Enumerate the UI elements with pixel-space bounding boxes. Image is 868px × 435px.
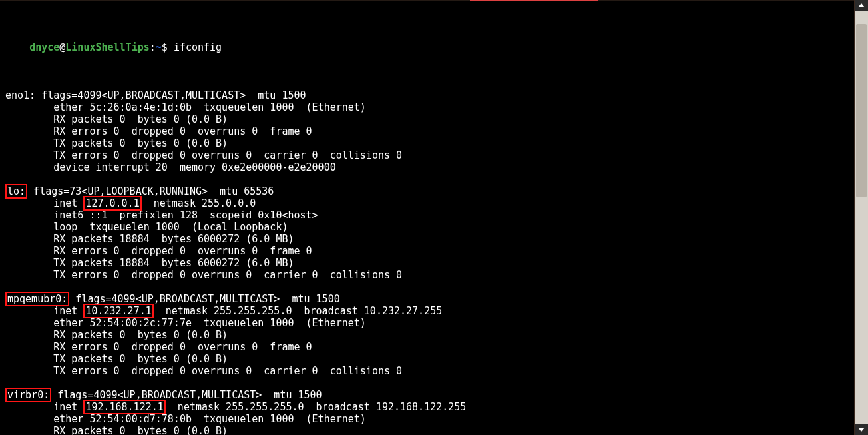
- iface-text: TX packets 18884 bytes 6000272 (6.0 MB): [5, 257, 294, 269]
- chevron-up-icon: [858, 3, 865, 7]
- iface-text: TX errors 0 dropped 0 overruns 0 carrier…: [5, 149, 402, 161]
- iface-line: TX packets 18884 bytes 6000272 (6.0 MB): [5, 257, 849, 269]
- chevron-down-icon: [858, 428, 865, 432]
- prompt-user: dnyce: [29, 41, 59, 53]
- iface-line: RX packets 0 bytes 0 (0.0 B): [5, 329, 849, 341]
- blank-line: [5, 173, 849, 185]
- iface-text: inet: [5, 197, 83, 209]
- window-border-top: [0, 0, 855, 1]
- highlighted-ip: 192.168.122.1: [83, 400, 165, 414]
- terminal-output: dnyce@LinuxShellTips:~$ ifconfig eno1: f…: [5, 5, 849, 435]
- iface-header: eno1: flags=4099<UP,BROADCAST,MULTICAST>…: [5, 89, 849, 101]
- iface-text: RX packets 0 bytes 0 (0.0 B): [5, 113, 228, 125]
- iface-text: netmask 255.255.255.0 broadcast 10.232.2…: [154, 305, 442, 317]
- iface-text: TX errors 0 dropped 0 overruns 0 carrier…: [5, 269, 402, 281]
- prompt-colon: :: [150, 41, 156, 53]
- prompt-host: LinuxShellTips: [65, 41, 149, 53]
- iface-flags: flags=4099<UP,BROADCAST,MULTICAST> mtu 1…: [35, 89, 306, 101]
- iface-text: RX packets 0 bytes 0 (0.0 B): [5, 329, 228, 341]
- iface-name: virbr0:: [5, 388, 51, 402]
- iface-line: ether 5c:26:0a:4e:1d:0b txqueuelen 1000 …: [5, 101, 849, 113]
- prompt-dollar: $: [162, 41, 174, 53]
- iface-text: inet: [5, 305, 83, 317]
- iface-line: RX errors 0 dropped 0 overruns 0 frame 0: [5, 125, 849, 137]
- scrollbar-thumb[interactable]: [856, 24, 867, 197]
- blank-line: [5, 377, 849, 389]
- iface-line: inet 127.0.0.1 netmask 255.0.0.0: [5, 197, 849, 209]
- iface-text: inet: [5, 401, 83, 413]
- iface-line: inet6 ::1 prefixlen 128 scopeid 0x10<hos…: [5, 209, 849, 221]
- iface-text: ether 5c:26:0a:4e:1d:0b txqueuelen 1000 …: [5, 101, 366, 113]
- highlighted-ip: 10.232.27.1: [83, 304, 153, 318]
- iface-text: netmask 255.255.255.0 broadcast 192.168.…: [166, 401, 467, 413]
- scrollbar-track[interactable]: [855, 11, 868, 424]
- iface-line: RX errors 0 dropped 0 overruns 0 frame 0: [5, 341, 849, 353]
- iface-line: RX packets 0 bytes 0 (0.0 B): [5, 425, 849, 435]
- iface-line: TX errors 0 dropped 0 overruns 0 carrier…: [5, 269, 849, 281]
- iface-name: lo:: [5, 184, 27, 199]
- iface-text: TX packets 0 bytes 0 (0.0 B): [5, 353, 228, 365]
- iface-text: RX errors 0 dropped 0 overruns 0 frame 0: [5, 341, 312, 353]
- prompt-command: ifconfig: [174, 41, 222, 53]
- scrollbar[interactable]: [854, 0, 868, 435]
- iface-text: inet6 ::1 prefixlen 128 scopeid 0x10<hos…: [5, 209, 318, 221]
- prompt-at: @: [59, 41, 65, 53]
- iface-line: RX packets 18884 bytes 6000272 (6.0 MB): [5, 233, 849, 245]
- iface-text: RX errors 0 dropped 0 overruns 0 frame 0: [5, 245, 312, 257]
- iface-line: ether 52:54:00:d7:78:0b txqueuelen 1000 …: [5, 413, 849, 425]
- highlighted-ip: 127.0.0.1: [83, 196, 141, 211]
- iface-line: TX packets 0 bytes 0 (0.0 B): [5, 353, 849, 365]
- iface-line: TX errors 0 dropped 0 overruns 0 carrier…: [5, 365, 849, 377]
- iface-line: ether 52:54:00:2c:77:7e txqueuelen 1000 …: [5, 317, 849, 329]
- iface-flags: flags=73<UP,LOOPBACK,RUNNING> mtu 65536: [27, 185, 274, 197]
- scrollbar-up-button[interactable]: [855, 0, 868, 11]
- iface-text: TX packets 0 bytes 0 (0.0 B): [5, 137, 228, 149]
- iface-line: inet 192.168.122.1 netmask 255.255.255.0…: [5, 401, 849, 413]
- iface-line: RX packets 0 bytes 0 (0.0 B): [5, 113, 849, 125]
- iface-text: RX packets 0 bytes 0 (0.0 B): [5, 425, 228, 435]
- iface-text: RX errors 0 dropped 0 overruns 0 frame 0: [5, 125, 312, 137]
- iface-text: netmask 255.0.0.0: [142, 197, 256, 209]
- prompt-path: ~: [156, 41, 162, 53]
- ifconfig-output: eno1: flags=4099<UP,BROADCAST,MULTICAST>…: [5, 89, 849, 435]
- iface-line: device interrupt 20 memory 0xe2e00000-e2…: [5, 161, 849, 173]
- iface-text: device interrupt 20 memory 0xe2e00000-e2…: [5, 161, 336, 173]
- iface-name: eno1:: [5, 89, 35, 101]
- iface-line: inet 10.232.27.1 netmask 255.255.255.0 b…: [5, 305, 849, 317]
- iface-text: loop txqueuelen 1000 (Local Loopback): [5, 221, 288, 233]
- iface-line: RX errors 0 dropped 0 overruns 0 frame 0: [5, 245, 849, 257]
- scrollbar-down-button[interactable]: [855, 424, 868, 435]
- iface-line: TX errors 0 dropped 0 overruns 0 carrier…: [5, 149, 849, 161]
- blank-line: [5, 281, 849, 293]
- iface-text: ether 52:54:00:2c:77:7e txqueuelen 1000 …: [5, 317, 366, 329]
- iface-line: loop txqueuelen 1000 (Local Loopback): [5, 221, 849, 233]
- iface-name: mpqemubr0:: [5, 292, 69, 306]
- prompt-line: dnyce@LinuxShellTips:~$ ifconfig: [5, 29, 849, 65]
- iface-line: TX packets 0 bytes 0 (0.0 B): [5, 137, 849, 149]
- iface-text: ether 52:54:00:d7:78:0b txqueuelen 1000 …: [5, 413, 366, 425]
- iface-text: RX packets 18884 bytes 6000272 (6.0 MB): [5, 233, 294, 245]
- iface-text: TX errors 0 dropped 0 overruns 0 carrier…: [5, 365, 402, 377]
